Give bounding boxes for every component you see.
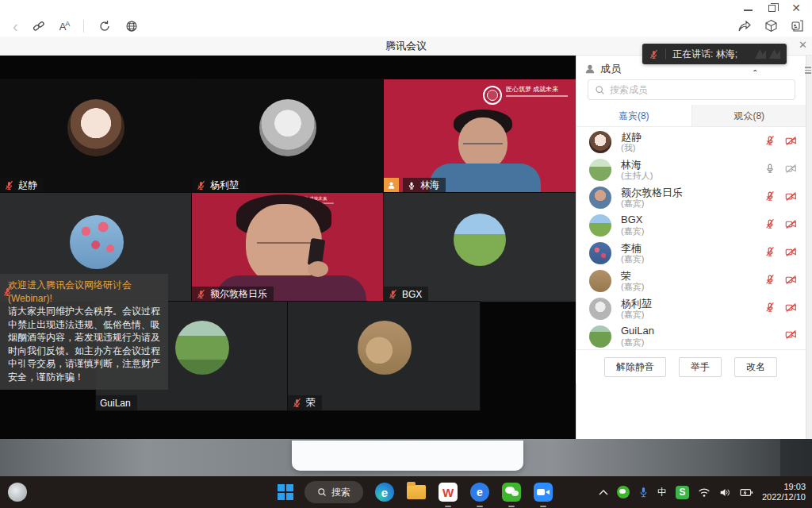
video-tile-rong[interactable]: 荣 <box>288 302 480 410</box>
camera-off-icon[interactable] <box>785 164 797 174</box>
battery-icon[interactable] <box>740 487 753 498</box>
mic-tray-icon[interactable] <box>638 487 649 498</box>
camera-off-icon[interactable] <box>785 275 797 285</box>
avatar <box>589 214 611 237</box>
hand-shape <box>308 261 328 277</box>
search-input[interactable] <box>610 84 784 95</box>
camera-off-icon[interactable] <box>785 302 797 313</box>
taskbar-apps: 搜索 e W e <box>278 481 553 503</box>
tray-chevron-icon[interactable] <box>599 489 608 495</box>
more-menu-icon[interactable] <box>805 65 812 75</box>
video-tile-linhai[interactable]: 匠心筑梦 成就未来 林海 <box>384 79 576 193</box>
sogou-input-icon[interactable]: S <box>676 486 689 499</box>
video-tile-eerdun[interactable]: 匠心筑梦 成就未来 额尔敦格日乐 <box>192 193 384 302</box>
mic-muted-icon <box>2 287 13 297</box>
wechat-tray-icon[interactable] <box>617 486 630 498</box>
members-header: 成员 <box>584 62 621 76</box>
camera-off-icon[interactable] <box>785 219 797 229</box>
right-scroll-strip[interactable] <box>806 56 812 439</box>
taskbar-search[interactable]: 搜索 <box>304 481 363 503</box>
cube-icon[interactable] <box>764 19 778 33</box>
video-tile-bgx[interactable]: BGX <box>384 193 576 302</box>
taskbar-widgets[interactable] <box>8 483 27 502</box>
camera-off-icon[interactable] <box>785 329 797 340</box>
mic-on-icon[interactable] <box>764 163 776 174</box>
host-badge-icon <box>384 178 399 193</box>
avatar <box>259 99 316 156</box>
member-row[interactable]: 李楠 (嘉宾) <box>576 240 806 267</box>
toolbar-divider <box>83 20 84 33</box>
restore-button[interactable] <box>768 5 776 12</box>
camera-off-icon[interactable] <box>785 136 797 146</box>
back-icon[interactable]: ‹ <box>13 18 18 34</box>
volume-icon[interactable] <box>719 487 731 498</box>
avatar <box>589 325 611 348</box>
mic-muted-icon[interactable] <box>764 218 776 229</box>
tab-guests[interactable]: 嘉宾(8) <box>576 105 691 126</box>
tile-name-label: 赵静 <box>0 178 44 193</box>
share-icon[interactable] <box>737 20 752 33</box>
refresh-icon[interactable] <box>98 20 111 33</box>
person-glasses-shape <box>463 137 503 144</box>
wps-icon[interactable]: W <box>438 482 458 502</box>
mic-muted-icon[interactable] <box>764 302 776 313</box>
avatar <box>589 131 611 153</box>
member-search-box[interactable] <box>588 79 795 100</box>
link-icon[interactable] <box>33 20 45 33</box>
start-button[interactable] <box>278 484 293 500</box>
member-row[interactable]: 杨利堃 (嘉宾) <box>576 295 806 323</box>
background-shadow <box>780 439 812 476</box>
video-tile-zhaojing[interactable]: 赵静 <box>0 79 192 193</box>
toast-collapse-icon[interactable]: ⌃ <box>752 68 758 77</box>
taskbar: 搜索 e W e 中 S 19:03 2022/12/10 <box>0 476 812 508</box>
logo-seal-icon <box>483 86 502 105</box>
browser-toolbar: ‹ AA <box>0 16 317 37</box>
unmute-button[interactable]: 解除静音 <box>604 357 666 377</box>
mic-muted-icon <box>196 289 206 299</box>
panel-close-icon[interactable]: ✕ <box>799 40 807 50</box>
speaking-toast: 正在讲话: 林海; <box>642 44 787 64</box>
wechat-icon[interactable] <box>501 482 522 502</box>
member-row[interactable]: 荣 (嘉宾) <box>576 267 806 295</box>
mic-muted-icon[interactable] <box>764 246 776 257</box>
mic-muted-icon <box>4 180 14 190</box>
member-row[interactable]: 赵静 (我) <box>576 129 806 156</box>
mic-muted-icon[interactable] <box>764 135 776 146</box>
camera-off-icon[interactable] <box>785 191 797 202</box>
member-row[interactable]: 林海 (主持人) <box>576 156 806 184</box>
minimize-button[interactable] <box>744 10 753 11</box>
browser-icon[interactable]: e <box>469 482 490 502</box>
mic-muted-icon[interactable] <box>764 274 776 285</box>
mic-on-icon <box>407 180 416 190</box>
search-icon <box>595 85 605 95</box>
globe-icon[interactable] <box>125 20 138 33</box>
file-explorer-icon[interactable] <box>406 482 427 502</box>
video-grid: 赵静 杨利堃 匠心筑梦 成就未来 <box>0 56 576 439</box>
camera-off-icon[interactable] <box>785 247 797 257</box>
tab-audience[interactable]: 观众(8) <box>691 105 807 126</box>
avatar <box>175 321 229 375</box>
logo-text: 匠心筑梦 成就未来 <box>506 86 568 94</box>
member-row[interactable]: GuiLan (嘉宾) <box>576 323 806 351</box>
member-row[interactable]: 额尔敦格日乐 (嘉宾) <box>576 184 806 212</box>
video-tile-yanglikun[interactable]: 杨利堃 <box>192 79 384 193</box>
ime-indicator[interactable]: 中 <box>657 486 667 499</box>
tile-name-label: BGX <box>384 287 428 302</box>
raise-hand-button[interactable]: 举手 <box>679 357 722 377</box>
member-row[interactable]: BGX (嘉宾) <box>576 212 806 240</box>
font-size-icon[interactable]: AA <box>59 20 70 33</box>
mic-muted-icon[interactable] <box>764 190 776 202</box>
close-button[interactable]: ✕ <box>791 3 801 13</box>
taskbar-search-label: 搜索 <box>331 486 350 499</box>
float-window-icon[interactable] <box>791 19 804 33</box>
rename-button[interactable]: 改名 <box>734 357 777 377</box>
member-tabs: 嘉宾(8) 观众(8) <box>576 105 806 127</box>
member-list: 赵静 (我) 林海 (主持人) <box>576 129 806 351</box>
taskbar-clock[interactable]: 19:03 2022/12/10 <box>762 482 806 502</box>
edge-icon[interactable]: e <box>374 482 395 502</box>
person-glasses-shape <box>257 234 312 244</box>
background-window <box>292 441 523 471</box>
system-tray: 中 S 19:03 2022/12/10 <box>599 482 806 502</box>
tencent-meeting-icon[interactable] <box>533 482 553 502</box>
wifi-icon[interactable] <box>698 487 710 498</box>
